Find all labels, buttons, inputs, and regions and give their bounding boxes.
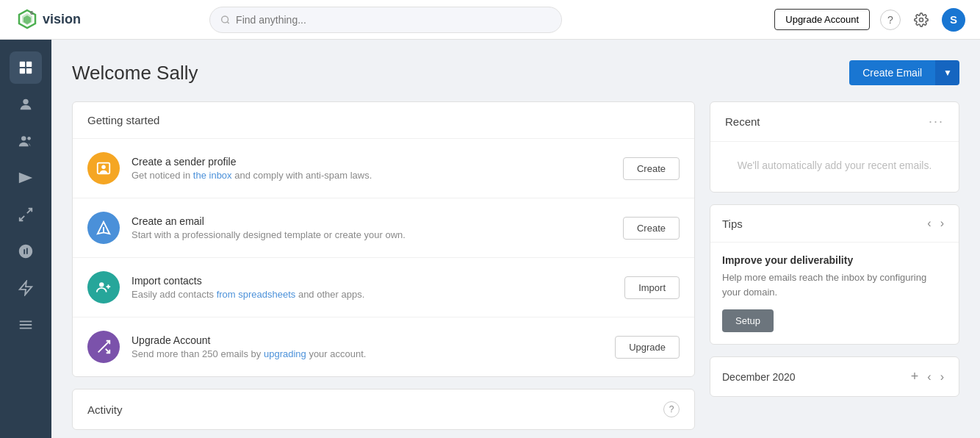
tips-prev-button[interactable]: ‹ [924,215,934,231]
activity-title: Activity [87,403,123,416]
sidebar [0,40,51,438]
svg-line-5 [227,21,228,23]
automations-icon [18,280,34,296]
upgrade-account-task-button[interactable]: Upgrade [615,336,680,359]
svg-marker-14 [20,281,32,295]
tips-next-button[interactable]: › [937,215,947,231]
page-title: Welcome Sally [72,62,198,85]
search-bar[interactable] [209,7,562,33]
sender-profile-svg [96,160,112,176]
upgrade-account-info: Upgrade Account Send more than 250 email… [131,334,603,359]
left-column: Getting started Create a sender profile [72,101,695,430]
upgrade-account-title: Upgrade Account [131,334,603,346]
svg-point-6 [920,18,923,21]
task-create-email: Create an email Start with a professiona… [73,198,694,258]
contacts-icon [18,133,34,149]
svg-rect-10 [26,68,32,73]
task-import-contacts: Import contacts Easily add contacts from… [73,258,694,317]
avatar[interactable]: S [942,8,965,32]
help-icon[interactable]: ? [880,10,901,30]
logo: 6 vision [15,7,81,32]
upgrade-account-icon [87,331,120,363]
recent-card: Recent ··· We'll automatically add your … [710,101,959,193]
import-contacts-icon [87,271,120,304]
recent-empty-text: We'll automatically add your recent emai… [710,141,959,192]
gear-icon [914,12,929,27]
files-icon [18,317,34,333]
content-grid: Getting started Create a sender profile [72,101,959,430]
profile-icon [18,96,34,112]
svg-point-17 [99,282,104,287]
topnav: 6 vision Upgrade Account ? S [0,0,980,40]
layout: Welcome Sally Create Email ▼ Getting sta… [0,40,980,438]
task-sender-profile: Create a sender profile Get noticed in t… [73,139,694,198]
december-navigation: + ‹ › [908,367,947,386]
december-title: December 2020 [722,371,796,383]
recent-more-button[interactable]: ··· [929,114,944,129]
recent-title: Recent [725,115,760,128]
tips-navigation: ‹ › [924,215,947,231]
sidebar-item-campaigns[interactable] [10,162,42,194]
create-email-task-title: Create an email [131,215,611,227]
sender-profile-title: Create a sender profile [131,156,611,168]
sidebar-item-automations[interactable] [10,272,42,304]
sender-profile-create-button[interactable]: Create [623,157,680,180]
sidebar-item-files[interactable] [10,309,42,341]
create-email-info: Create an email Start with a professiona… [131,215,611,240]
search-input[interactable] [236,14,551,26]
import-contacts-desc: Easily add contacts from spreadsheets an… [131,289,613,300]
create-email-btn-group: Create Email ▼ [849,60,959,85]
tips-card: Tips ‹ › Improve your deliverability Hel… [710,204,959,345]
search-icon [220,15,230,25]
import-contacts-button[interactable]: Import [624,276,680,299]
tips-body: Improve your deliverability Help more em… [710,243,959,344]
activity-help-icon[interactable]: ? [663,401,680,417]
sidebar-item-contacts[interactable] [10,125,42,157]
import-contacts-title: Import contacts [131,275,613,287]
campaigns-icon [18,170,34,186]
december-header: December 2020 + ‹ › [710,357,959,396]
getting-started-header: Getting started [73,102,694,139]
svg-point-13 [27,137,31,140]
svg-point-4 [221,15,228,22]
svg-point-16 [101,165,106,169]
import-contacts-info: Import contacts Easily add contacts from… [131,275,613,300]
settings-icon[interactable] [911,10,932,30]
sender-profile-info: Create a sender profile Get noticed in t… [131,156,611,181]
activity-header: Activity ? [73,389,694,429]
create-email-svg [96,220,112,236]
create-email-button[interactable]: Create Email [849,60,935,85]
sidebar-item-profile[interactable] [10,88,42,121]
tips-card-desc: Help more emails reach the inbox by conf… [722,270,947,299]
tips-title: Tips [722,218,743,230]
sidebar-item-split[interactable] [10,198,42,231]
split-icon [18,207,34,223]
december-card: December 2020 + ‹ › [710,356,959,397]
recent-header: Recent ··· [710,102,959,141]
svg-text:6: 6 [30,10,34,16]
upgrade-account-desc: Send more than 250 emails by upgrading y… [131,348,603,359]
main-content: Welcome Sally Create Email ▼ Getting sta… [51,40,980,438]
create-email-task-desc: Start with a professionally designed tem… [131,229,611,240]
december-add-button[interactable]: + [908,367,922,386]
nav-right: Upgrade Account ? S [774,8,965,32]
logo-icon: 6 [15,7,40,32]
create-email-icon [87,212,120,244]
upgrade-account-svg [96,339,112,355]
sidebar-item-reports[interactable] [10,235,42,268]
sender-profile-desc: Get noticed in the inbox and comply with… [131,170,611,181]
tips-card-title: Improve your deliverability [722,254,947,266]
december-prev-button[interactable]: ‹ [924,369,934,385]
sender-profile-icon [87,152,120,184]
activity-card: Activity ? [72,389,695,430]
setup-button[interactable]: Setup [722,309,774,332]
logo-text: vision [43,12,81,27]
december-next-button[interactable]: › [937,369,947,385]
svg-point-12 [21,136,26,140]
upgrade-account-button[interactable]: Upgrade Account [774,9,870,30]
create-email-task-button[interactable]: Create [623,217,680,240]
create-email-dropdown-button[interactable]: ▼ [935,60,959,85]
dashboard-icon [18,60,34,76]
task-upgrade-account: Upgrade Account Send more than 250 email… [73,317,694,376]
sidebar-item-dashboard[interactable] [10,51,42,84]
